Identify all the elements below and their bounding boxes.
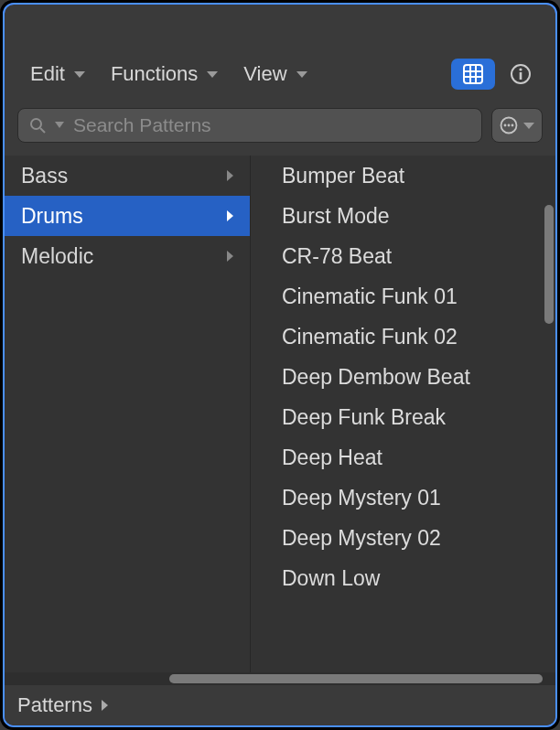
grid-view-toggle[interactable] [451,59,495,90]
functions-menu-label: Functions [111,62,198,86]
category-column: BassDrumsMelodic [5,156,250,672]
chevron-right-icon [227,170,233,181]
info-button[interactable] [499,59,543,90]
pattern-column: Bumper BeatBurst ModeCR-78 BeatCinematic… [251,156,555,672]
edit-menu[interactable]: Edit [17,55,98,93]
pattern-browser-panel: Edit Functions View [3,3,557,727]
info-icon [510,63,532,85]
category-label: Bass [21,164,68,188]
chevron-right-icon [227,251,233,262]
functions-menu[interactable]: Functions [98,55,231,93]
pattern-item[interactable]: Burst Mode [282,196,555,236]
pattern-item[interactable]: Deep Heat [282,437,555,478]
svg-point-14 [512,124,514,127]
view-menu-label: View [243,62,286,86]
pattern-item[interactable]: Down Low [282,558,555,598]
pattern-item[interactable]: Deep Dembow Beat [282,357,555,397]
svg-point-6 [519,68,522,70]
edit-menu-label: Edit [30,62,65,86]
search-field[interactable] [17,108,482,143]
category-item[interactable]: Bass [5,156,250,196]
category-item[interactable]: Melodic [5,236,250,276]
search-icon [29,117,46,134]
chevron-down-icon [207,71,218,78]
chevron-down-icon [55,122,64,129]
pattern-item[interactable]: Bumper Beat [282,156,555,196]
chevron-right-icon [227,210,233,221]
search-input[interactable] [73,114,470,136]
category-label: Drums [21,204,83,229]
pattern-item[interactable]: Cinematic Funk 02 [282,317,555,357]
ellipsis-circle-icon [500,116,518,134]
svg-rect-7 [520,72,522,80]
chevron-down-icon [74,71,85,78]
chevron-right-icon [102,700,108,711]
svg-point-13 [508,124,511,127]
category-item[interactable]: Drums [5,196,250,236]
svg-rect-0 [464,65,482,83]
pattern-item[interactable]: Cinematic Funk 01 [282,276,555,317]
pattern-item[interactable]: Deep Mystery 01 [282,478,555,518]
pattern-list[interactable]: Bumper BeatBurst ModeCR-78 BeatCinematic… [251,156,555,672]
view-menu[interactable]: View [231,55,319,93]
horizontal-scrollbar-thumb[interactable] [169,674,543,683]
toolbar: Edit Functions View [5,55,555,99]
pattern-item[interactable]: Deep Funk Break [282,397,555,437]
grid-icon [463,64,483,84]
category-label: Melodic [21,244,93,269]
pattern-item[interactable]: CR-78 Beat [282,236,555,276]
chevron-down-icon [523,123,534,129]
svg-line-9 [40,128,45,133]
pattern-item[interactable]: Deep Mystery 02 [282,518,555,558]
breadcrumb-root[interactable]: Patterns [17,693,92,717]
svg-point-8 [31,119,41,129]
vertical-scrollbar[interactable] [544,205,554,324]
search-row [5,99,555,156]
options-menu[interactable] [491,108,543,143]
breadcrumb-bar: Patterns [5,685,555,725]
chevron-down-icon [296,71,307,78]
svg-marker-10 [55,122,64,128]
svg-point-12 [504,124,507,127]
browser-content: BassDrumsMelodic Bumper BeatBurst ModeCR… [5,156,555,672]
horizontal-scrollbar-track[interactable] [5,672,555,685]
top-gap [5,5,555,55]
